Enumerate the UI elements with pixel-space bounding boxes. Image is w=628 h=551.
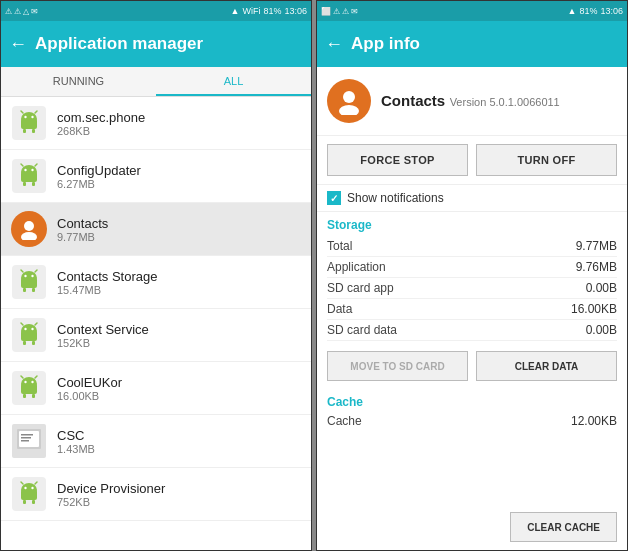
- app-list: com.sec.phone 268KB: [1, 97, 311, 550]
- svg-rect-8: [23, 129, 26, 133]
- cache-label: Cache: [327, 414, 362, 428]
- storage-label-application: Application: [327, 260, 386, 274]
- svg-rect-37: [23, 341, 26, 345]
- time-right: 13:06: [600, 6, 623, 16]
- list-item[interactable]: CSC 1.43MB: [1, 415, 311, 468]
- list-item[interactable]: com.sec.phone 268KB: [1, 97, 311, 150]
- back-button-right[interactable]: ←: [325, 34, 343, 55]
- app-info-cooleukor: CoolEUKor 16.00KB: [57, 375, 122, 402]
- app-size: 16.00KB: [57, 390, 122, 402]
- app-info-contacts: Contacts 9.77MB: [57, 216, 108, 243]
- storage-section: Storage Total 9.77MB Application 9.76MB …: [317, 212, 627, 389]
- app-detail-info: Contacts Version 5.0.1.0066011: [381, 92, 560, 110]
- cache-section-header: Cache: [317, 389, 627, 411]
- app-icon-configupdater: [11, 158, 47, 194]
- storage-label-sdcarddata: SD card data: [327, 323, 397, 337]
- battery-level: 81%: [263, 6, 281, 16]
- svg-rect-18: [32, 182, 35, 186]
- app-icon-cooleukor: [11, 370, 47, 406]
- wifi-icon: WiFi: [242, 6, 260, 16]
- svg-point-13: [24, 169, 26, 171]
- app-icon-contextservice: [11, 317, 47, 353]
- list-item[interactable]: Device Provisioner 752KB: [1, 468, 311, 521]
- status-bar-right: ⬜ ⚠ ⚠ ✉ ▲ 81% 13:06: [317, 1, 627, 21]
- list-item[interactable]: ConfigUpdater 6.27MB: [1, 150, 311, 203]
- svg-rect-32: [21, 331, 37, 341]
- svg-point-14: [31, 169, 33, 171]
- warning-icon-r1: ⚠: [333, 7, 340, 16]
- storage-value-application: 9.76MB: [576, 260, 617, 274]
- storage-label-total: Total: [327, 239, 352, 253]
- app-size: 6.27MB: [57, 178, 141, 190]
- app-icon-deviceprovisioner: [11, 476, 47, 512]
- mail-icon-r: ✉: [351, 7, 358, 16]
- turn-off-button[interactable]: TURN OFF: [476, 144, 617, 176]
- action-buttons: FORCE STOP TURN OFF: [317, 136, 627, 185]
- clear-cache-button[interactable]: CLEAR CACHE: [510, 512, 617, 542]
- app-info-comsecphone: com.sec.phone 268KB: [57, 110, 145, 137]
- time-left: 13:06: [284, 6, 307, 16]
- app-name: CSC: [57, 428, 95, 443]
- storage-value-data: 16.00KB: [571, 302, 617, 316]
- app-name: Device Provisioner: [57, 481, 165, 496]
- warning-icon-r2: ⚠: [342, 7, 349, 16]
- clear-data-button[interactable]: CLEAR DATA: [476, 351, 617, 381]
- warning-icon-1: ⚠: [5, 7, 12, 16]
- tab-running[interactable]: RUNNING: [1, 67, 156, 96]
- svg-point-42: [24, 381, 26, 383]
- svg-point-4: [24, 116, 26, 118]
- storage-row-data: Data 16.00KB: [327, 299, 617, 320]
- triangle-icon: △: [23, 7, 29, 16]
- svg-point-25: [31, 275, 33, 277]
- battery-level-r: 81%: [579, 6, 597, 16]
- app-size: 752KB: [57, 496, 165, 508]
- signal-icon: ▲: [231, 6, 240, 16]
- contact-app-icon: [327, 79, 371, 123]
- svg-rect-12: [21, 172, 37, 182]
- svg-rect-41: [21, 384, 37, 394]
- back-button-left[interactable]: ←: [9, 34, 27, 55]
- svg-point-57: [24, 487, 26, 489]
- app-info-contextservice: Context Service 152KB: [57, 322, 149, 349]
- right-header: ← App info: [317, 21, 627, 67]
- storage-row-sdcarddata: SD card data 0.00B: [327, 320, 617, 341]
- storage-action-buttons: MOVE TO SD CARD CLEAR DATA: [317, 343, 627, 389]
- svg-point-19: [24, 221, 34, 231]
- move-to-sd-card-button[interactable]: MOVE TO SD CARD: [327, 351, 468, 381]
- tabs-bar: RUNNING ALL: [1, 67, 311, 97]
- svg-point-63: [343, 91, 355, 103]
- list-item[interactable]: CoolEUKor 16.00KB: [1, 362, 311, 415]
- app-icon-contacts: [11, 211, 47, 247]
- app-name: ConfigUpdater: [57, 163, 141, 178]
- tab-all[interactable]: ALL: [156, 67, 311, 96]
- status-bar-right-info: ▲ 81% 13:06: [568, 6, 623, 16]
- list-item[interactable]: Contacts Storage 15.47MB: [1, 256, 311, 309]
- left-panel-title: Application manager: [35, 34, 303, 54]
- app-detail-header: Contacts Version 5.0.1.0066011: [317, 67, 627, 136]
- left-header: ← Application manager: [1, 21, 311, 67]
- svg-point-64: [339, 105, 359, 115]
- svg-rect-38: [32, 341, 35, 345]
- svg-point-24: [24, 275, 26, 277]
- svg-rect-56: [21, 490, 37, 500]
- status-bar-right-left-icons: ⬜ ⚠ ⚠ ✉: [321, 7, 358, 16]
- svg-rect-61: [23, 500, 26, 504]
- app-info-deviceprovisioner: Device Provisioner 752KB: [57, 481, 165, 508]
- app-icon-csc: [11, 423, 47, 459]
- app-icon-contactsstorage: [11, 264, 47, 300]
- notifications-checkbox[interactable]: [327, 191, 341, 205]
- storage-value-sdcardapp: 0.00B: [586, 281, 617, 295]
- force-stop-button[interactable]: FORCE STOP: [327, 144, 468, 176]
- app-name: Contacts: [57, 216, 108, 231]
- notifications-row: Show notifications: [317, 185, 627, 212]
- cache-action-buttons: CLEAR CACHE: [317, 504, 627, 550]
- mail-icon: ✉: [31, 7, 38, 16]
- list-item-contacts-selected[interactable]: Contacts 9.77MB: [1, 203, 311, 256]
- app-detail-name: Contacts: [381, 92, 445, 109]
- list-item[interactable]: Context Service 152KB: [1, 309, 311, 362]
- app-icon-comsecphone: [11, 105, 47, 141]
- svg-rect-50: [19, 431, 39, 447]
- svg-point-5: [31, 116, 33, 118]
- cache-section: Cache Cache 12.00KB CLEAR CACHE: [317, 389, 627, 550]
- storage-section-header: Storage: [317, 212, 627, 234]
